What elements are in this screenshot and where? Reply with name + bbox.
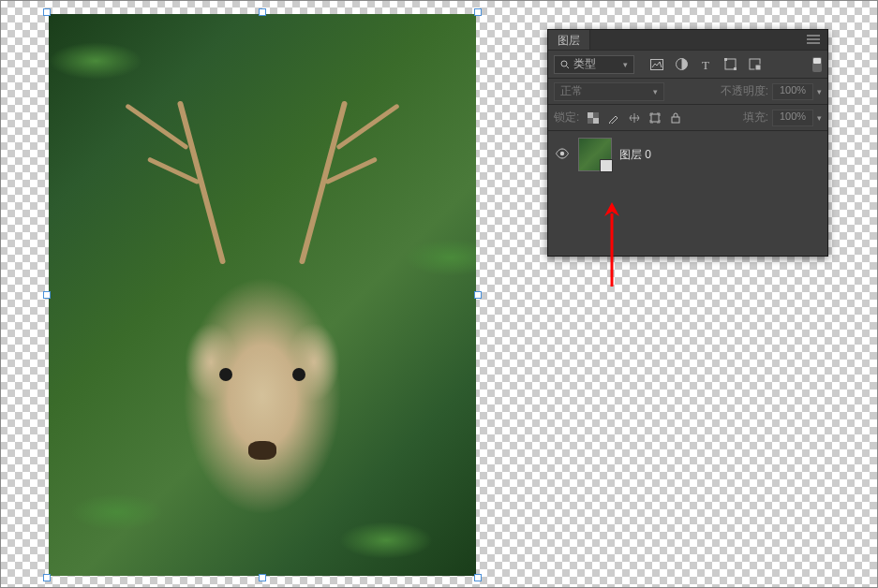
svg-point-15 xyxy=(560,151,564,154)
svg-point-0 xyxy=(561,61,567,66)
deer-antler xyxy=(176,100,225,264)
layer-filter-row: 类型 ▾ T xyxy=(548,51,827,79)
filter-icon-group: T xyxy=(649,57,762,72)
svg-rect-17 xyxy=(603,162,611,170)
svg-rect-11 xyxy=(593,112,599,118)
fern-texture xyxy=(49,42,142,80)
deer-eye xyxy=(292,368,305,381)
opacity-label: 不透明度: xyxy=(721,83,768,99)
filter-smartobject-icon[interactable] xyxy=(747,57,762,72)
blend-mode-row: 正常 ▾ 不透明度: 100% ▾ xyxy=(548,79,827,105)
chevron-down-icon: ▾ xyxy=(817,113,822,123)
svg-rect-12 xyxy=(588,118,593,124)
svg-rect-18 xyxy=(606,166,611,170)
lock-all-icon[interactable] xyxy=(669,111,682,125)
blend-mode-dropdown[interactable]: 正常 ▾ xyxy=(554,82,664,101)
layers-panel: 图层 类型 ▾ T 正常 ▾ 不透明度: 100% ▾ xyxy=(547,29,828,257)
lock-transparency-icon[interactable] xyxy=(587,111,600,125)
filter-shape-icon[interactable] xyxy=(722,57,737,72)
fern-texture xyxy=(404,239,476,276)
panel-menu-icon[interactable] xyxy=(799,34,827,47)
filter-type-dropdown[interactable]: 类型 ▾ xyxy=(554,55,634,74)
opacity-group: 不透明度: 100% ▾ xyxy=(721,83,822,100)
panel-tabbar: 图层 xyxy=(548,30,827,51)
lock-icon-group xyxy=(587,111,682,125)
chevron-down-icon: ▾ xyxy=(623,60,628,69)
blend-mode-label: 正常 xyxy=(560,83,583,99)
svg-rect-16 xyxy=(602,161,612,171)
svg-rect-6 xyxy=(734,67,737,70)
opacity-input[interactable]: 100% xyxy=(772,83,813,100)
smart-object-badge-icon xyxy=(602,161,612,171)
lock-row: 锁定: 填充: 100% ▾ xyxy=(548,105,827,131)
fill-group: 填充: 100% ▾ xyxy=(743,110,822,126)
lock-artboard-icon[interactable] xyxy=(648,111,662,125)
lock-label: 锁定: xyxy=(554,110,579,125)
fern-texture xyxy=(70,493,164,531)
layer-thumbnail[interactable] xyxy=(578,138,612,171)
svg-rect-1 xyxy=(651,59,663,69)
chevron-down-icon: ▾ xyxy=(653,87,658,96)
deer-nose xyxy=(248,441,276,460)
layer-row[interactable]: 图层 0 xyxy=(548,135,827,174)
filter-type-label: 类型 xyxy=(573,56,596,72)
fern-texture xyxy=(339,522,433,559)
layer-name-label[interactable]: 图层 0 xyxy=(619,147,651,163)
search-icon xyxy=(560,60,570,69)
lock-pixels-icon[interactable] xyxy=(607,111,620,125)
svg-rect-8 xyxy=(755,65,761,70)
svg-rect-14 xyxy=(672,117,679,123)
svg-rect-10 xyxy=(593,118,599,124)
fill-input[interactable]: 100% xyxy=(772,110,813,126)
chevron-down-icon: ▾ xyxy=(817,87,822,96)
layer-list: 图层 0 xyxy=(548,131,827,178)
filter-adjustment-icon[interactable] xyxy=(674,57,689,72)
fill-label: 填充: xyxy=(743,110,768,125)
lock-position-icon[interactable] xyxy=(628,111,641,125)
deer-eye xyxy=(219,368,232,381)
svg-rect-5 xyxy=(724,58,727,61)
canvas-image[interactable] xyxy=(49,14,476,576)
filter-text-icon[interactable]: T xyxy=(698,57,713,72)
svg-text:T: T xyxy=(702,59,709,70)
filter-toggle-switch[interactable] xyxy=(812,57,822,72)
visibility-toggle-icon[interactable] xyxy=(554,148,571,162)
deer-antler xyxy=(299,100,348,264)
svg-rect-13 xyxy=(651,114,659,122)
svg-rect-9 xyxy=(588,112,593,118)
layers-tab[interactable]: 图层 xyxy=(548,30,590,50)
filter-pixel-icon[interactable] xyxy=(649,57,664,72)
